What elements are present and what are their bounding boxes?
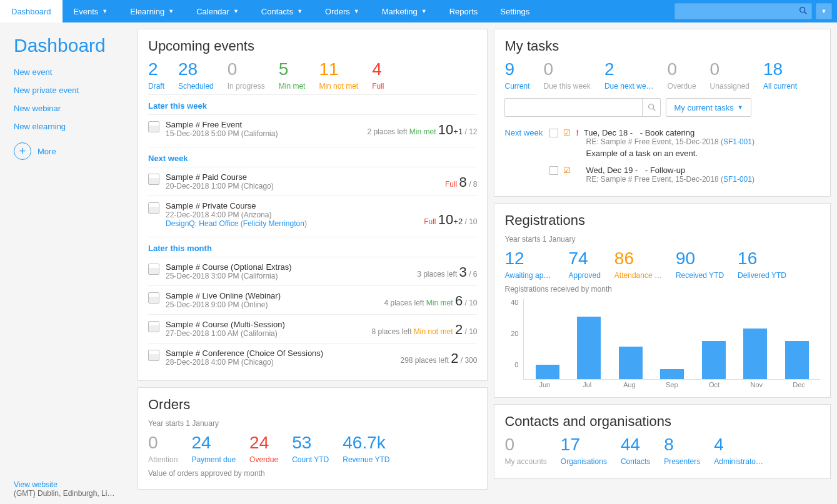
chart-bar (743, 329, 767, 379)
event-meta: 25-Dec-2018 9:00 PM (Online) (166, 300, 378, 309)
stat-label: All current (763, 82, 797, 91)
search-icon[interactable] (798, 6, 808, 17)
stat-number: 24 (191, 434, 236, 452)
stat-min-met[interactable]: 5Min met (279, 61, 306, 91)
stat-label: Due next we… (604, 82, 654, 91)
stat-administrato-[interactable]: 4Administrato… (714, 436, 763, 466)
nav-tab-orders[interactable]: Orders▼ (314, 0, 371, 22)
stat-number: 4 (714, 436, 763, 453)
stat-min-not-met[interactable]: 11Min not met (319, 61, 358, 91)
event-row[interactable]: Sample # Private Course22-Dec-2018 4:00 … (148, 195, 477, 233)
x-axis-label: Jun (533, 381, 556, 388)
event-row[interactable]: Sample # Conference (Choice Of Sessions)… (148, 343, 477, 372)
chart-bar (536, 365, 559, 379)
event-group-header: Later this month (148, 237, 477, 257)
stat-received-ytd[interactable]: 90Received YTD (676, 250, 724, 280)
chart-bar (702, 341, 726, 379)
stat-draft[interactable]: 2Draft (148, 61, 164, 91)
stat-due-next-we-[interactable]: 2Due next we… (604, 61, 654, 91)
stat-unassigned[interactable]: 0Unassigned (710, 61, 749, 91)
stat-count-ytd[interactable]: 53Count YTD (292, 434, 329, 464)
event-row[interactable]: Sample # Course (Multi-Session)27-Dec-20… (148, 314, 477, 343)
stat-number: 0 (228, 61, 265, 78)
event-title: Sample # Live Online (Webinar) (166, 291, 378, 300)
stat-overdue[interactable]: 24Overdue (249, 434, 278, 464)
chart-bar (619, 347, 643, 379)
stat-all-current[interactable]: 18All current (763, 61, 797, 91)
task-search-input[interactable] (504, 98, 661, 117)
chart-title: Value of orders approved by month (148, 469, 477, 478)
orders-panel: Orders Year starts 1 January 0Attention2… (138, 387, 488, 490)
stat-number: 8 (664, 436, 700, 453)
task-date: Wed, Dec 19 - (586, 166, 638, 175)
task-row[interactable]: Next week☑!Tue, Dec 18 - - Book catering… (504, 124, 820, 162)
stat-attendance-[interactable]: 86Attendance … (614, 250, 662, 280)
event-capacity: Full 10+2 / 10 (424, 212, 477, 228)
event-meta: 28-Dec-2018 4:00 PM (Chicago) (166, 358, 394, 367)
stat-contacts[interactable]: 44Contacts (621, 436, 650, 466)
global-search-input[interactable] (674, 3, 812, 19)
sidebar-link-new-elearning[interactable]: New elearning (14, 122, 118, 131)
svg-point-0 (800, 7, 805, 12)
stat-label: Contacts (621, 457, 650, 466)
nav-tab-reports[interactable]: Reports (438, 0, 489, 22)
nav-tab-dashboard[interactable]: Dashboard (0, 0, 63, 22)
view-website-link[interactable]: View website (14, 480, 114, 489)
stat-organisations[interactable]: 17Organisations (561, 436, 607, 466)
task-date: Tue, Dec 18 - (584, 128, 633, 137)
x-axis-label: Sep (660, 381, 684, 388)
stat-my-accounts[interactable]: 0My accounts (504, 436, 546, 466)
sidebar: Dashboard New eventNew private eventNew … (0, 22, 131, 496)
stat-number: 12 (504, 250, 554, 267)
stat-attention[interactable]: 0Attention (148, 434, 178, 464)
nav-tab-settings[interactable]: Settings (489, 0, 541, 22)
stat-number: 16 (738, 250, 786, 267)
stat-label: Attendance … (614, 271, 662, 280)
event-row[interactable]: Sample # Free Event15-Dec-2018 5:00 PM (… (148, 114, 477, 143)
more-button[interactable]: + More (14, 142, 118, 160)
stat-full[interactable]: 4Full (372, 61, 384, 91)
x-axis-label: Nov (744, 381, 768, 388)
stat-label: Revenue YTD (343, 455, 389, 464)
task-checkbox[interactable] (549, 166, 558, 175)
task-filter-dropdown[interactable]: My current tasks ▼ (666, 98, 751, 117)
sidebar-link-new-private-event[interactable]: New private event (14, 86, 118, 95)
stat-current[interactable]: 9Current (504, 61, 529, 91)
stat-label: Approved (568, 271, 600, 280)
page-title: Dashboard (14, 35, 118, 56)
nav-tab-marketing[interactable]: Marketing▼ (371, 0, 438, 22)
stat-scheduled[interactable]: 28Scheduled (178, 61, 214, 91)
event-row[interactable]: Sample # Course (Optional Extras)25-Dec-… (148, 257, 477, 285)
nav-tab-calendar[interactable]: Calendar▼ (185, 0, 250, 22)
event-row[interactable]: Sample # Live Online (Webinar)25-Dec-201… (148, 285, 477, 314)
task-reference: RE: Sample # Free Event, 15-Dec-2018 (SF… (586, 175, 820, 184)
stat-due-this-week[interactable]: 0Due this week (544, 61, 591, 91)
chevron-down-icon: ▼ (102, 8, 108, 14)
chevron-down-icon: ▼ (297, 8, 303, 14)
nav-menu-dropdown[interactable]: ▼ (816, 3, 832, 19)
nav-tab-events[interactable]: Events▼ (63, 0, 119, 22)
stat-delivered-ytd[interactable]: 16Delivered YTD (738, 250, 786, 280)
stat-in-progress[interactable]: 0In progress (228, 61, 265, 91)
stat-payment-due[interactable]: 24Payment due (191, 434, 236, 464)
task-checkbox[interactable] (549, 129, 558, 137)
panel-heading: Upcoming events (148, 38, 477, 54)
stat-awaiting-app-[interactable]: 12Awaiting app… (504, 250, 554, 280)
stat-approved[interactable]: 74Approved (568, 250, 600, 280)
search-icon[interactable] (642, 98, 661, 117)
sidebar-link-new-event[interactable]: New event (14, 67, 118, 77)
stat-overdue[interactable]: 0Overdue (668, 61, 696, 91)
stat-presenters[interactable]: 8Presenters (664, 436, 700, 466)
stat-label: Draft (148, 82, 164, 91)
stat-label: Delivered YTD (738, 271, 786, 280)
event-row[interactable]: Sample # Paid Course20-Dec-2018 1:00 PM … (148, 167, 477, 195)
task-row[interactable]: ☑Wed, Dec 19 - - Follow-upRE: Sample # F… (504, 162, 820, 187)
y-axis-label: 20 (504, 330, 518, 337)
stat-label: Min met (279, 82, 306, 91)
nav-tab-contacts[interactable]: Contacts▼ (250, 0, 314, 22)
panel-subtitle: Year starts 1 January (148, 419, 477, 428)
event-title: Sample # Course (Optional Extras) (166, 262, 411, 272)
sidebar-link-new-webinar[interactable]: New webinar (14, 104, 118, 113)
nav-tab-elearning[interactable]: Elearning▼ (119, 0, 185, 22)
stat-revenue-ytd[interactable]: 46.7kRevenue YTD (343, 434, 389, 464)
